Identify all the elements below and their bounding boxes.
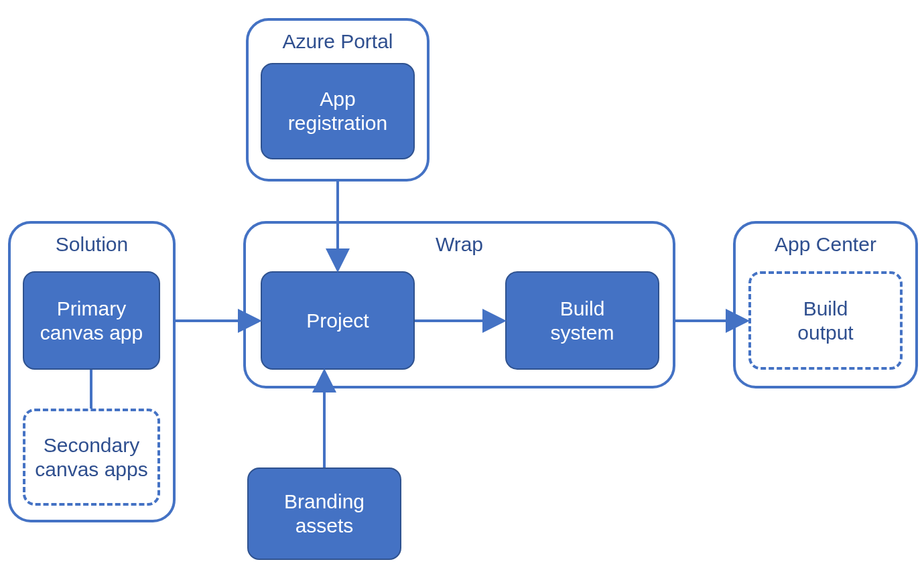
primary-canvas-app-node: Primary canvas app (23, 271, 160, 370)
build-system-node: Build system (505, 271, 659, 370)
build-output-node: Build output (748, 271, 903, 370)
primary-canvas-app-label: Primary canvas app (40, 297, 143, 345)
build-output-label: Build output (797, 297, 853, 345)
secondary-canvas-apps-node: Secondary canvas apps (23, 409, 160, 506)
solution-title: Solution (11, 233, 173, 256)
wrap-title: Wrap (246, 233, 673, 256)
app-center-title: App Center (736, 233, 915, 256)
secondary-canvas-apps-label: Secondary canvas apps (35, 433, 147, 482)
azure-portal-title: Azure Portal (249, 30, 427, 53)
branding-assets-node: Branding assets (247, 468, 401, 560)
branding-assets-label: Branding assets (284, 490, 365, 538)
build-system-label: Build system (550, 297, 614, 345)
app-registration-node: App registration (261, 63, 415, 159)
project-node: Project (261, 271, 415, 370)
app-registration-label: App registration (288, 87, 387, 135)
project-label: Project (306, 309, 369, 333)
